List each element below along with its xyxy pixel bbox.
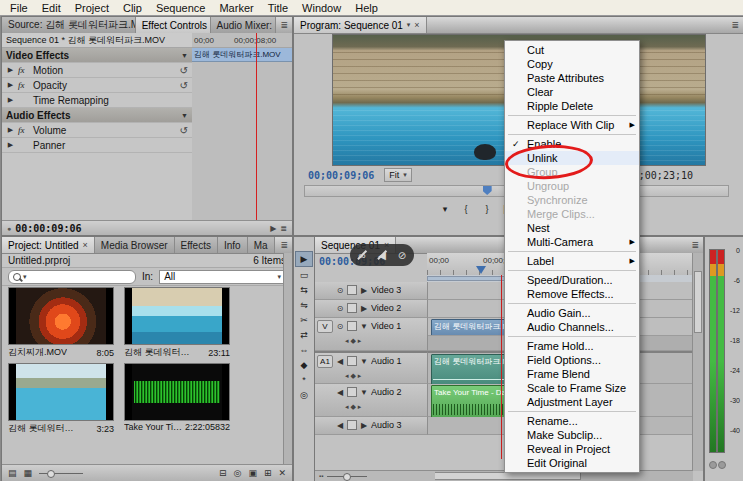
- toggle-track-output-icon[interactable]: ⊙: [335, 304, 345, 313]
- twirl-icon[interactable]: ▶: [359, 286, 369, 295]
- twirl-icon[interactable]: ▶: [359, 421, 369, 430]
- lock-track-toggle[interactable]: [347, 387, 357, 397]
- menu-title[interactable]: Title: [261, 2, 295, 14]
- list-view-button[interactable]: ▤: [8, 468, 17, 478]
- options-icon[interactable]: ≣: [280, 224, 287, 233]
- toggle-track-mute-icon[interactable]: ◀: [335, 421, 345, 430]
- effect-timeline-clip[interactable]: 김해 롯데워터파크.MOV: [192, 48, 292, 62]
- thumbnail[interactable]: [8, 363, 114, 421]
- lock-track-toggle[interactable]: [347, 285, 357, 295]
- project-item-kimchi[interactable]: 김치찌개.MOV 8:05: [8, 287, 114, 359]
- context-menu-item-nest[interactable]: Nest: [505, 221, 639, 235]
- menu-file[interactable]: File: [3, 2, 35, 14]
- menu-project[interactable]: Project: [68, 2, 116, 14]
- rate-stretch-tool[interactable]: ⇋: [296, 298, 312, 312]
- context-menu-item-rename[interactable]: Rename...: [505, 414, 639, 428]
- scrollbar-thumb[interactable]: [694, 271, 702, 333]
- twirl-icon[interactable]: ▶: [359, 304, 369, 313]
- track-header[interactable]: ◀ ▶ Audio 3: [315, 417, 428, 435]
- filter-dropdown[interactable]: All ▾: [159, 270, 286, 284]
- zoom-slider-knob[interactable]: [47, 470, 55, 478]
- effect-row-opacity[interactable]: ▶ fx Opacity ↺: [2, 78, 192, 93]
- clip-indicator[interactable]: [709, 461, 717, 469]
- keyframe-controls[interactable]: ◂ ◆ ▸: [315, 369, 427, 383]
- source-patch-badge[interactable]: A1: [317, 355, 333, 368]
- context-menu-item-audio-gain[interactable]: Audio Gain...: [505, 306, 639, 320]
- context-menu-item-ripple-delete[interactable]: Ripple Delete: [505, 99, 639, 113]
- effect-row-time-remapping[interactable]: ▶ Time Remapping: [2, 93, 192, 108]
- collapse-icon[interactable]: ▼: [181, 52, 188, 59]
- panel-menu-icon[interactable]: ≣: [727, 20, 743, 30]
- find-button[interactable]: ◎: [234, 468, 242, 478]
- audio-effects-section[interactable]: Audio Effects ▼: [2, 108, 192, 123]
- context-menu-item-cut[interactable]: Cut: [505, 43, 639, 57]
- track-header[interactable]: ⊙ ▶ Video 2: [315, 300, 428, 318]
- track-header[interactable]: A1 ◀ ▼ Audio 1 ◂ ◆ ▸: [315, 351, 428, 384]
- toggle-track-output-icon[interactable]: ⊙: [335, 286, 345, 295]
- lock-track-toggle[interactable]: [347, 356, 357, 366]
- lock-track-toggle[interactable]: [347, 420, 357, 430]
- panel-menu-icon[interactable]: ≣: [276, 240, 292, 250]
- effect-timeline-ruler[interactable]: 00;00 00;00;08;00: [192, 33, 292, 48]
- menu-help[interactable]: Help: [348, 2, 385, 14]
- panel-menu-icon[interactable]: ≣: [687, 240, 703, 250]
- collapse-icon[interactable]: ▼: [181, 112, 188, 119]
- clip-indicator[interactable]: [718, 461, 726, 469]
- thumbnail[interactable]: [124, 287, 230, 345]
- twirl-icon[interactable]: ▶: [6, 81, 15, 89]
- tab-effect-controls[interactable]: Effect Controls ×: [136, 17, 211, 33]
- source-patch-badge[interactable]: V: [317, 320, 333, 333]
- panel-menu-icon[interactable]: ≣: [276, 20, 292, 30]
- selection-tool[interactable]: ▶: [295, 251, 313, 267]
- icon-view-button[interactable]: ▦: [24, 468, 33, 478]
- tab-marker-truncated[interactable]: Ma: [248, 237, 275, 253]
- project-item-waterpark2[interactable]: 김해 롯데워터파크2.MOV 3:23: [8, 363, 114, 435]
- twirl-icon[interactable]: ▶: [6, 141, 15, 149]
- twirl-icon[interactable]: ▶: [6, 66, 15, 74]
- project-item-audio[interactable]: Take Your Time - D... 2:22:05832: [124, 363, 230, 432]
- context-menu-item-copy[interactable]: Copy: [505, 57, 639, 71]
- search-input[interactable]: ▾: [8, 270, 136, 284]
- tab-project[interactable]: Project: Untitled ×: [2, 237, 95, 253]
- context-menu-item-make-subclip[interactable]: Make Subclip...: [505, 428, 639, 442]
- twirl-icon[interactable]: ▼: [359, 322, 369, 331]
- close-icon[interactable]: ×: [414, 20, 419, 30]
- context-menu-item-edit-original[interactable]: Edit Original: [505, 456, 639, 470]
- reset-icon[interactable]: ↺: [180, 125, 188, 136]
- menu-marker[interactable]: Marker: [212, 2, 260, 14]
- context-menu-item-frame-hold[interactable]: Frame Hold...: [505, 339, 639, 353]
- project-scrollbar[interactable]: [283, 253, 292, 465]
- program-current-timecode[interactable]: 00;00;09;06: [308, 170, 374, 181]
- context-menu-item-replace-with-clip[interactable]: Replace With Clip ▶: [505, 118, 639, 132]
- tab-audio-mixer[interactable]: Audio Mixer: 1: [211, 17, 277, 33]
- scrollbar-thumb[interactable]: [429, 472, 581, 480]
- razor-tool[interactable]: ✂: [296, 313, 312, 327]
- ripple-edit-tool[interactable]: ⇆: [296, 283, 312, 297]
- context-menu-item-unlink[interactable]: Unlink: [505, 151, 639, 165]
- timeline-zoom-knob[interactable]: [343, 473, 351, 481]
- context-menu-item-adjustment-layer[interactable]: Adjustment Layer: [505, 395, 639, 409]
- twirl-icon[interactable]: ▼: [359, 388, 369, 397]
- context-menu-item-frame-blend[interactable]: Frame Blend: [505, 367, 639, 381]
- chevron-down-icon[interactable]: ▾: [407, 21, 411, 29]
- reset-icon[interactable]: ↺: [180, 65, 188, 76]
- zoom-slider[interactable]: [39, 473, 83, 474]
- context-menu-item-multi-camera[interactable]: Multi-Camera ▶: [505, 235, 639, 249]
- zoom-level-dropdown[interactable]: Fit ▾: [384, 168, 412, 182]
- video-effects-section[interactable]: Video Effects ▼: [2, 48, 192, 63]
- effect-row-panner[interactable]: ▶ Panner: [2, 138, 192, 153]
- play-icon[interactable]: ▶: [270, 224, 276, 233]
- close-icon[interactable]: ×: [83, 240, 88, 250]
- twirl-icon[interactable]: ▼: [359, 357, 369, 366]
- tab-media-browser[interactable]: Media Browser: [95, 237, 175, 253]
- twirl-icon[interactable]: ▶: [6, 96, 15, 104]
- context-menu-item-reveal-in-project[interactable]: Reveal in Project: [505, 442, 639, 456]
- zoom-tool[interactable]: ◎: [296, 388, 312, 402]
- thumbnail[interactable]: [124, 363, 230, 421]
- new-item-button[interactable]: ⊞: [264, 468, 272, 478]
- lock-track-toggle[interactable]: [347, 321, 357, 331]
- context-menu-item-label[interactable]: Label ▶: [505, 254, 639, 268]
- keyframe-controls[interactable]: ◂ ◆ ▸: [315, 400, 427, 414]
- effect-row-motion[interactable]: ▶ fx Motion ↺: [2, 63, 192, 78]
- project-item-waterpark[interactable]: 김해 롯데워터파크.MOV 23:11: [124, 287, 230, 359]
